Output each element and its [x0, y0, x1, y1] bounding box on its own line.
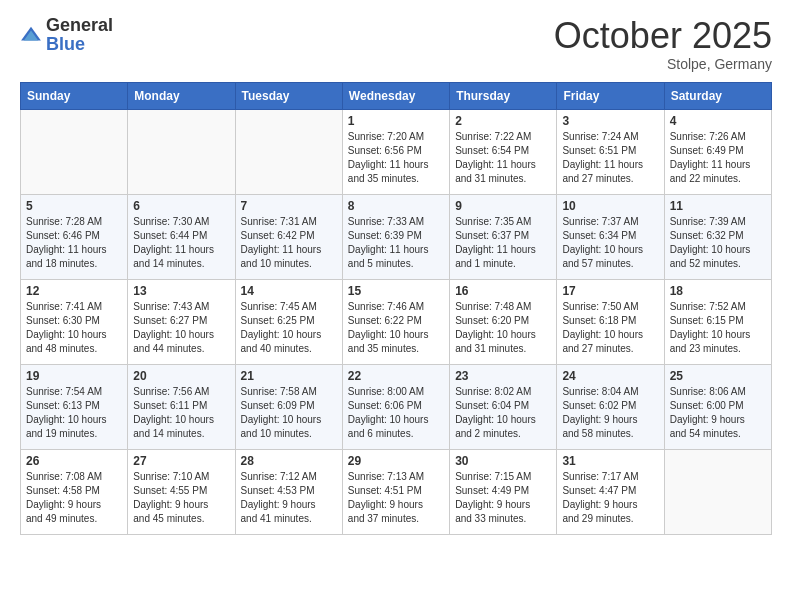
calendar-cell: 27Sunrise: 7:10 AM Sunset: 4:55 PM Dayli…	[128, 449, 235, 534]
header-saturday: Saturday	[664, 82, 771, 109]
calendar-cell: 11Sunrise: 7:39 AM Sunset: 6:32 PM Dayli…	[664, 194, 771, 279]
calendar-cell: 19Sunrise: 7:54 AM Sunset: 6:13 PM Dayli…	[21, 364, 128, 449]
day-number: 2	[455, 114, 551, 128]
calendar-cell: 1Sunrise: 7:20 AM Sunset: 6:56 PM Daylig…	[342, 109, 449, 194]
header-sunday: Sunday	[21, 82, 128, 109]
logo-blue: Blue	[46, 34, 85, 54]
day-number: 13	[133, 284, 229, 298]
day-number: 16	[455, 284, 551, 298]
day-number: 1	[348, 114, 444, 128]
calendar-table: Sunday Monday Tuesday Wednesday Thursday…	[20, 82, 772, 535]
day-number: 29	[348, 454, 444, 468]
day-number: 26	[26, 454, 122, 468]
calendar-cell: 25Sunrise: 8:06 AM Sunset: 6:00 PM Dayli…	[664, 364, 771, 449]
day-info: Sunrise: 7:30 AM Sunset: 6:44 PM Dayligh…	[133, 215, 229, 271]
calendar-cell: 16Sunrise: 7:48 AM Sunset: 6:20 PM Dayli…	[450, 279, 557, 364]
day-number: 31	[562, 454, 658, 468]
day-info: Sunrise: 7:50 AM Sunset: 6:18 PM Dayligh…	[562, 300, 658, 356]
calendar-cell: 6Sunrise: 7:30 AM Sunset: 6:44 PM Daylig…	[128, 194, 235, 279]
day-info: Sunrise: 7:58 AM Sunset: 6:09 PM Dayligh…	[241, 385, 337, 441]
calendar-cell: 10Sunrise: 7:37 AM Sunset: 6:34 PM Dayli…	[557, 194, 664, 279]
week-row-1: 1Sunrise: 7:20 AM Sunset: 6:56 PM Daylig…	[21, 109, 772, 194]
day-info: Sunrise: 7:52 AM Sunset: 6:15 PM Dayligh…	[670, 300, 766, 356]
day-number: 28	[241, 454, 337, 468]
day-number: 9	[455, 199, 551, 213]
day-number: 22	[348, 369, 444, 383]
calendar-cell: 22Sunrise: 8:00 AM Sunset: 6:06 PM Dayli…	[342, 364, 449, 449]
day-info: Sunrise: 8:02 AM Sunset: 6:04 PM Dayligh…	[455, 385, 551, 441]
day-number: 8	[348, 199, 444, 213]
day-number: 24	[562, 369, 658, 383]
day-number: 12	[26, 284, 122, 298]
day-number: 5	[26, 199, 122, 213]
header-wednesday: Wednesday	[342, 82, 449, 109]
calendar-cell: 3Sunrise: 7:24 AM Sunset: 6:51 PM Daylig…	[557, 109, 664, 194]
day-info: Sunrise: 7:41 AM Sunset: 6:30 PM Dayligh…	[26, 300, 122, 356]
day-number: 19	[26, 369, 122, 383]
day-number: 17	[562, 284, 658, 298]
day-number: 21	[241, 369, 337, 383]
header-thursday: Thursday	[450, 82, 557, 109]
calendar-cell: 20Sunrise: 7:56 AM Sunset: 6:11 PM Dayli…	[128, 364, 235, 449]
calendar-cell: 28Sunrise: 7:12 AM Sunset: 4:53 PM Dayli…	[235, 449, 342, 534]
calendar-cell: 8Sunrise: 7:33 AM Sunset: 6:39 PM Daylig…	[342, 194, 449, 279]
day-info: Sunrise: 7:45 AM Sunset: 6:25 PM Dayligh…	[241, 300, 337, 356]
calendar-cell: 5Sunrise: 7:28 AM Sunset: 6:46 PM Daylig…	[21, 194, 128, 279]
calendar-cell: 29Sunrise: 7:13 AM Sunset: 4:51 PM Dayli…	[342, 449, 449, 534]
week-row-4: 19Sunrise: 7:54 AM Sunset: 6:13 PM Dayli…	[21, 364, 772, 449]
calendar-cell: 18Sunrise: 7:52 AM Sunset: 6:15 PM Dayli…	[664, 279, 771, 364]
day-info: Sunrise: 8:06 AM Sunset: 6:00 PM Dayligh…	[670, 385, 766, 441]
calendar-cell: 4Sunrise: 7:26 AM Sunset: 6:49 PM Daylig…	[664, 109, 771, 194]
week-row-5: 26Sunrise: 7:08 AM Sunset: 4:58 PM Dayli…	[21, 449, 772, 534]
day-info: Sunrise: 7:22 AM Sunset: 6:54 PM Dayligh…	[455, 130, 551, 186]
header-monday: Monday	[128, 82, 235, 109]
calendar-cell: 9Sunrise: 7:35 AM Sunset: 6:37 PM Daylig…	[450, 194, 557, 279]
day-info: Sunrise: 7:54 AM Sunset: 6:13 PM Dayligh…	[26, 385, 122, 441]
day-number: 27	[133, 454, 229, 468]
day-info: Sunrise: 7:10 AM Sunset: 4:55 PM Dayligh…	[133, 470, 229, 526]
day-info: Sunrise: 7:56 AM Sunset: 6:11 PM Dayligh…	[133, 385, 229, 441]
day-info: Sunrise: 7:20 AM Sunset: 6:56 PM Dayligh…	[348, 130, 444, 186]
calendar-cell	[128, 109, 235, 194]
day-info: Sunrise: 7:28 AM Sunset: 6:46 PM Dayligh…	[26, 215, 122, 271]
day-info: Sunrise: 7:26 AM Sunset: 6:49 PM Dayligh…	[670, 130, 766, 186]
day-number: 3	[562, 114, 658, 128]
header-friday: Friday	[557, 82, 664, 109]
calendar-cell: 7Sunrise: 7:31 AM Sunset: 6:42 PM Daylig…	[235, 194, 342, 279]
calendar-cell: 30Sunrise: 7:15 AM Sunset: 4:49 PM Dayli…	[450, 449, 557, 534]
day-number: 4	[670, 114, 766, 128]
day-info: Sunrise: 8:00 AM Sunset: 6:06 PM Dayligh…	[348, 385, 444, 441]
calendar-cell	[664, 449, 771, 534]
day-number: 11	[670, 199, 766, 213]
day-info: Sunrise: 7:39 AM Sunset: 6:32 PM Dayligh…	[670, 215, 766, 271]
page: General Blue October 2025 Stolpe, German…	[0, 0, 792, 551]
calendar-cell: 23Sunrise: 8:02 AM Sunset: 6:04 PM Dayli…	[450, 364, 557, 449]
day-info: Sunrise: 7:31 AM Sunset: 6:42 PM Dayligh…	[241, 215, 337, 271]
day-info: Sunrise: 7:35 AM Sunset: 6:37 PM Dayligh…	[455, 215, 551, 271]
day-number: 25	[670, 369, 766, 383]
location: Stolpe, Germany	[554, 56, 772, 72]
logo-text: General Blue	[46, 16, 113, 54]
day-number: 30	[455, 454, 551, 468]
calendar-cell: 21Sunrise: 7:58 AM Sunset: 6:09 PM Dayli…	[235, 364, 342, 449]
calendar-cell: 2Sunrise: 7:22 AM Sunset: 6:54 PM Daylig…	[450, 109, 557, 194]
day-info: Sunrise: 7:13 AM Sunset: 4:51 PM Dayligh…	[348, 470, 444, 526]
calendar-cell: 26Sunrise: 7:08 AM Sunset: 4:58 PM Dayli…	[21, 449, 128, 534]
day-info: Sunrise: 7:37 AM Sunset: 6:34 PM Dayligh…	[562, 215, 658, 271]
day-info: Sunrise: 7:12 AM Sunset: 4:53 PM Dayligh…	[241, 470, 337, 526]
calendar-cell: 24Sunrise: 8:04 AM Sunset: 6:02 PM Dayli…	[557, 364, 664, 449]
logo-icon	[20, 24, 42, 46]
header: General Blue October 2025 Stolpe, German…	[20, 16, 772, 72]
title-block: October 2025 Stolpe, Germany	[554, 16, 772, 72]
day-info: Sunrise: 7:33 AM Sunset: 6:39 PM Dayligh…	[348, 215, 444, 271]
calendar-cell: 13Sunrise: 7:43 AM Sunset: 6:27 PM Dayli…	[128, 279, 235, 364]
calendar-cell: 15Sunrise: 7:46 AM Sunset: 6:22 PM Dayli…	[342, 279, 449, 364]
day-number: 14	[241, 284, 337, 298]
week-row-2: 5Sunrise: 7:28 AM Sunset: 6:46 PM Daylig…	[21, 194, 772, 279]
day-info: Sunrise: 7:24 AM Sunset: 6:51 PM Dayligh…	[562, 130, 658, 186]
calendar-cell: 14Sunrise: 7:45 AM Sunset: 6:25 PM Dayli…	[235, 279, 342, 364]
calendar-cell	[235, 109, 342, 194]
day-number: 6	[133, 199, 229, 213]
day-number: 15	[348, 284, 444, 298]
logo: General Blue	[20, 16, 113, 54]
